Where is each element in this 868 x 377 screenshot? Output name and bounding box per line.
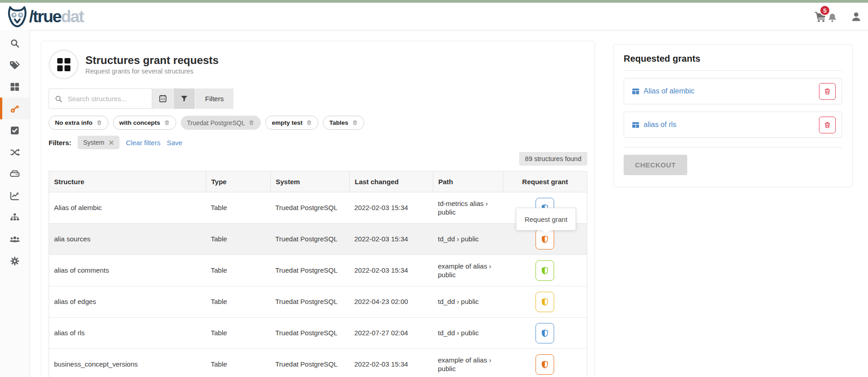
cell-system: Truedat PostgreSQL bbox=[270, 294, 349, 309]
trash-icon bbox=[823, 121, 831, 129]
request-grant-button[interactable] bbox=[536, 292, 554, 312]
sidebar-item-modules[interactable] bbox=[0, 76, 30, 98]
remove-filter-icon[interactable]: ✕ bbox=[109, 139, 114, 146]
sidebar-item-groups[interactable] bbox=[0, 228, 30, 250]
sidebar-item-tags[interactable] bbox=[0, 54, 30, 76]
search-icon bbox=[10, 38, 20, 49]
sidebar-item-settings[interactable] bbox=[0, 250, 30, 272]
request-grant-button[interactable] bbox=[536, 354, 554, 375]
cell-system: Truedat PostgreSQL bbox=[270, 232, 349, 246]
tags-icon bbox=[10, 60, 20, 70]
cell-path: example of alias › public bbox=[433, 353, 503, 376]
applied-filter-chip: System ✕ bbox=[78, 136, 119, 149]
divider bbox=[624, 70, 842, 71]
column-header-last-changed: Last changed bbox=[349, 171, 433, 192]
grant-item-link[interactable]: alias of rls bbox=[632, 121, 819, 129]
brand-logo[interactable]: /truedat bbox=[0, 5, 84, 27]
divider bbox=[624, 147, 842, 147]
users-icon bbox=[10, 234, 20, 245]
search-box bbox=[49, 88, 152, 109]
delete-grant-button[interactable] bbox=[819, 83, 836, 100]
trash-icon[interactable] bbox=[306, 120, 312, 126]
cell-path: td_dd › public bbox=[433, 326, 503, 340]
cell-path: td_dd › public bbox=[433, 294, 503, 309]
app-header: /truedat 5 bbox=[0, 3, 868, 30]
date-filter-button[interactable] bbox=[152, 88, 173, 109]
shield-icon bbox=[541, 266, 549, 275]
filter-chips: No extra info with concepts Truedat Post… bbox=[49, 116, 587, 130]
applied-filter-label: System bbox=[83, 139, 104, 146]
sidebar-item-systems[interactable] bbox=[0, 163, 30, 185]
table-row: alias of comments Table Truedat PostgreS… bbox=[49, 255, 587, 286]
cell-type: Table bbox=[206, 357, 270, 372]
filter-chip-label: No extra info bbox=[55, 119, 93, 126]
filter-chip-label: empty test bbox=[272, 119, 303, 126]
cell-last-changed: 2022-04-23 02:00 bbox=[349, 294, 433, 309]
grant-item-link[interactable]: Alias of alembic bbox=[632, 87, 819, 95]
table-row: alias of rls Table Truedat PostgreSQL 20… bbox=[49, 318, 587, 349]
clear-filters-link[interactable]: Clear filters bbox=[126, 139, 160, 147]
calendar-icon bbox=[158, 94, 168, 103]
sitemap-icon bbox=[10, 212, 20, 223]
cell-last-changed: 2022-02-03 15:34 bbox=[349, 263, 433, 278]
shield-icon bbox=[541, 360, 549, 369]
results-count-badge: 89 structures found bbox=[519, 152, 587, 166]
column-header-system: System bbox=[270, 171, 349, 192]
filter-funnel-button[interactable] bbox=[174, 88, 195, 109]
search-input[interactable] bbox=[67, 94, 146, 103]
user-avatar-icon[interactable] bbox=[850, 11, 862, 23]
filter-chip-label: Tables bbox=[329, 119, 348, 126]
filter-chip[interactable]: Tables bbox=[323, 116, 364, 130]
request-grant-button[interactable] bbox=[536, 323, 554, 343]
trash-icon[interactable] bbox=[96, 120, 102, 126]
brand-wordmark: /truedat bbox=[29, 8, 84, 25]
chart-line-icon bbox=[10, 191, 20, 201]
column-header-type: Type bbox=[206, 171, 270, 192]
filter-chip[interactable]: Truedat PostgreSQL bbox=[181, 116, 261, 130]
cell-last-changed: 2022-02-03 15:34 bbox=[349, 201, 433, 215]
structures-panel: Structures grant requests Request grants… bbox=[41, 41, 595, 377]
sidebar-item-lineage[interactable] bbox=[0, 141, 30, 163]
trash-icon[interactable] bbox=[352, 120, 358, 126]
save-filters-link[interactable]: Save bbox=[167, 139, 182, 147]
filter-chip[interactable]: with concepts bbox=[113, 116, 176, 130]
column-header-structure: Structure bbox=[49, 171, 206, 192]
cell-type: Table bbox=[206, 263, 270, 278]
table-row: alia sources Table Truedat PostgreSQL 20… bbox=[49, 224, 587, 255]
sidebar-item-tasks[interactable] bbox=[0, 119, 30, 141]
cell-structure: alia sources bbox=[49, 232, 206, 246]
gear-icon bbox=[10, 256, 20, 266]
trash-icon[interactable] bbox=[248, 120, 254, 126]
filter-chip-label: Truedat PostgreSQL bbox=[187, 119, 245, 127]
sidebar-item-grant-requests[interactable] bbox=[0, 98, 30, 119]
owl-logo-icon bbox=[7, 5, 27, 27]
cell-last-changed: 2022-07-27 02:04 bbox=[349, 326, 433, 340]
cell-structure: business_concept_versions bbox=[49, 357, 206, 372]
sidebar-item-search[interactable] bbox=[0, 32, 30, 54]
request-grant-button[interactable] bbox=[536, 260, 554, 281]
table-header: Structure Type System Last changed Path … bbox=[49, 171, 587, 192]
search-icon bbox=[55, 95, 63, 103]
cell-path: td-metrics alias › public bbox=[433, 196, 503, 220]
filter-chip-label: with concepts bbox=[119, 119, 160, 126]
column-header-request-grant: Request grant bbox=[503, 171, 587, 192]
key-icon bbox=[10, 103, 20, 114]
tooltip-text: Request grant bbox=[525, 215, 567, 223]
cell-path: example of alias › public bbox=[433, 259, 503, 282]
check-square-icon bbox=[10, 125, 20, 136]
structures-table: Structure Type System Last changed Path … bbox=[49, 171, 587, 377]
trash-icon[interactable] bbox=[164, 120, 170, 126]
filter-chip[interactable]: No extra info bbox=[49, 116, 109, 130]
sidebar-item-analytics[interactable] bbox=[0, 185, 30, 206]
shuffle-icon bbox=[10, 147, 20, 157]
cell-system: Truedat PostgreSQL bbox=[270, 201, 349, 215]
cell-type: Table bbox=[206, 326, 270, 340]
sidebar-item-hierarchy[interactable] bbox=[0, 206, 30, 228]
filters-button[interactable]: Filters bbox=[195, 88, 233, 109]
delete-grant-button[interactable] bbox=[819, 117, 836, 133]
page-title: Structures grant requests bbox=[85, 54, 218, 67]
checkout-button[interactable]: CHECKOUT bbox=[624, 155, 687, 175]
requested-grant-item: Alias of alembic bbox=[624, 78, 842, 104]
filter-chip[interactable]: empty test bbox=[265, 116, 318, 130]
cell-system: Truedat PostgreSQL bbox=[270, 263, 349, 278]
